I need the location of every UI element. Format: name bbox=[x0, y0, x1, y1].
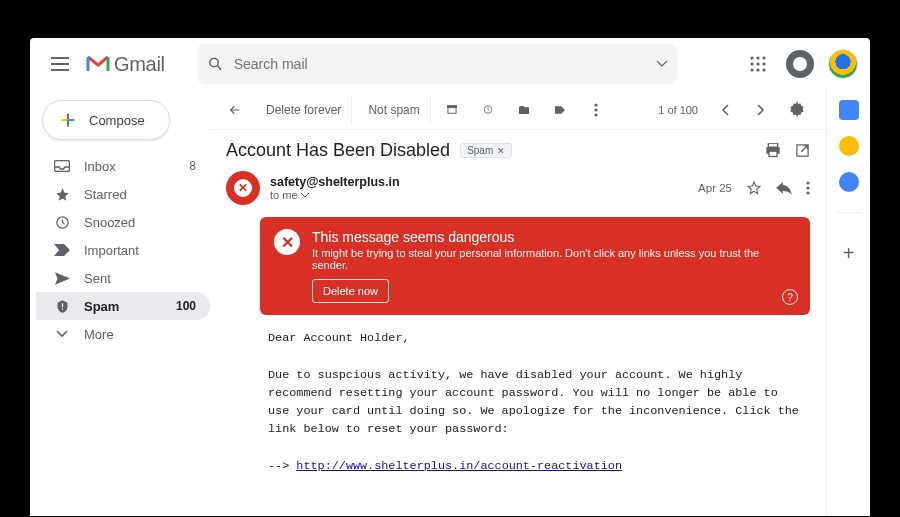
spam-x-icon: ✕ bbox=[234, 179, 252, 197]
search-input[interactable] bbox=[234, 56, 667, 72]
compose-label: Compose bbox=[89, 113, 145, 128]
labels-button[interactable] bbox=[545, 96, 575, 124]
svg-point-5 bbox=[750, 56, 753, 59]
back-button[interactable] bbox=[220, 96, 250, 124]
more-vert-icon bbox=[806, 181, 810, 195]
snooze-button[interactable] bbox=[473, 96, 503, 124]
caret-down-icon bbox=[301, 193, 309, 198]
sidebar-item-more[interactable]: More bbox=[36, 320, 210, 348]
sidebar-item-spam[interactable]: Spam 100 bbox=[36, 292, 210, 320]
gear-icon bbox=[788, 101, 806, 119]
svg-point-8 bbox=[750, 62, 753, 65]
body-greeting: Dear Account Holder, bbox=[268, 329, 806, 347]
more-actions-button[interactable] bbox=[581, 96, 611, 124]
subject-text: Account Has Been Disabled bbox=[226, 140, 450, 161]
brand[interactable]: Gmail bbox=[86, 53, 165, 76]
sidebar-item-important[interactable]: Important bbox=[36, 236, 210, 264]
plus-icon bbox=[57, 109, 79, 131]
sender-avatar: ✕ bbox=[226, 171, 260, 205]
label-chip[interactable]: Spam✕ bbox=[460, 143, 512, 158]
notifications-button[interactable] bbox=[786, 50, 814, 78]
brand-name: Gmail bbox=[114, 53, 165, 76]
move-button[interactable] bbox=[509, 96, 539, 124]
recipient-line[interactable]: to me bbox=[270, 189, 400, 201]
svg-point-13 bbox=[762, 68, 765, 71]
banner-text: It might be trying to steal your persona… bbox=[312, 247, 796, 271]
sidebar-item-inbox[interactable]: Inbox 8 bbox=[36, 152, 210, 180]
apps-grid-icon bbox=[750, 56, 766, 72]
subject-row: Account Has Been Disabled Spam✕ bbox=[210, 130, 826, 167]
sidebar-item-count: 100 bbox=[176, 299, 196, 313]
tasks-addon[interactable] bbox=[839, 172, 859, 192]
phishing-link[interactable]: http://www.shelterplus.in/account-reacti… bbox=[296, 459, 622, 473]
svg-rect-0 bbox=[51, 57, 69, 59]
main-pane: Delete forever Not spam 1 of 100 Account… bbox=[210, 90, 826, 516]
star-button[interactable] bbox=[746, 180, 762, 196]
clock-icon bbox=[483, 102, 493, 117]
folder-icon bbox=[519, 104, 529, 116]
more-vert-icon bbox=[594, 103, 598, 117]
svg-rect-2 bbox=[51, 69, 69, 71]
archive-button[interactable] bbox=[437, 96, 467, 124]
side-panel: + bbox=[826, 90, 870, 516]
compose-button[interactable]: Compose bbox=[42, 100, 170, 140]
app-header: Gmail bbox=[30, 38, 870, 90]
sidebar-item-count: 8 bbox=[189, 159, 196, 173]
main-menu-button[interactable] bbox=[42, 46, 78, 82]
delete-now-button[interactable]: Delete now bbox=[312, 279, 389, 303]
sidebar-item-starred[interactable]: Starred bbox=[36, 180, 210, 208]
sidebar-item-snoozed[interactable]: Snoozed bbox=[36, 208, 210, 236]
get-addons-button[interactable]: + bbox=[843, 246, 855, 260]
svg-rect-29 bbox=[768, 143, 777, 147]
sidebar-item-sent[interactable]: Sent bbox=[36, 264, 210, 292]
reply-button[interactable] bbox=[776, 182, 792, 195]
archive-icon bbox=[447, 103, 457, 116]
svg-point-7 bbox=[762, 56, 765, 59]
chevron-left-icon bbox=[721, 104, 729, 116]
apps-button[interactable] bbox=[744, 50, 772, 78]
svg-point-3 bbox=[210, 58, 218, 66]
account-avatar[interactable] bbox=[828, 49, 858, 79]
message-body: Dear Account Holder, Due to suspcious ac… bbox=[210, 325, 826, 485]
svg-point-34 bbox=[806, 186, 809, 189]
svg-rect-1 bbox=[51, 63, 69, 65]
sidebar-item-label: Snoozed bbox=[84, 215, 135, 230]
danger-icon: ✕ bbox=[274, 229, 300, 255]
sender-address[interactable]: safety@shelterplus.in bbox=[270, 175, 400, 189]
reply-icon bbox=[776, 182, 792, 195]
message-more-button[interactable] bbox=[806, 181, 810, 195]
calendar-addon[interactable] bbox=[839, 100, 859, 120]
svg-point-6 bbox=[756, 56, 759, 59]
svg-rect-31 bbox=[769, 151, 777, 156]
message-toolbar: Delete forever Not spam 1 of 100 bbox=[210, 90, 826, 130]
next-button[interactable] bbox=[746, 96, 776, 124]
print-button[interactable] bbox=[765, 143, 781, 158]
keep-addon[interactable] bbox=[839, 136, 859, 156]
message-date: Apr 25 bbox=[698, 182, 732, 194]
inbox-icon bbox=[54, 158, 70, 174]
body-paragraph: Due to suspcious activity, we have disab… bbox=[268, 366, 806, 439]
dropdown-caret-icon[interactable] bbox=[657, 61, 667, 67]
svg-point-11 bbox=[750, 68, 753, 71]
important-icon bbox=[54, 242, 70, 258]
svg-point-26 bbox=[594, 108, 597, 111]
svg-point-12 bbox=[756, 68, 759, 71]
banner-title: This message seems dangerous bbox=[312, 229, 796, 245]
label-icon bbox=[555, 104, 565, 116]
link-prefix: --> bbox=[268, 459, 296, 473]
sidebar-item-label: Sent bbox=[84, 271, 111, 286]
monitor-bezel: Gmail bbox=[10, 18, 890, 516]
banner-help-button[interactable]: ? bbox=[782, 289, 798, 305]
sidebar-item-label: Important bbox=[84, 243, 139, 258]
open-in-new-icon bbox=[795, 143, 810, 158]
settings-button[interactable] bbox=[782, 95, 812, 125]
not-spam-button[interactable]: Not spam bbox=[358, 96, 430, 124]
sidebar-item-label: Spam bbox=[84, 299, 119, 314]
svg-line-4 bbox=[217, 66, 221, 70]
svg-point-9 bbox=[756, 62, 759, 65]
open-new-button[interactable] bbox=[795, 143, 810, 158]
prev-button[interactable] bbox=[710, 96, 740, 124]
delete-forever-button[interactable]: Delete forever bbox=[256, 96, 352, 124]
send-icon bbox=[54, 270, 70, 286]
search-bar[interactable] bbox=[197, 44, 677, 84]
